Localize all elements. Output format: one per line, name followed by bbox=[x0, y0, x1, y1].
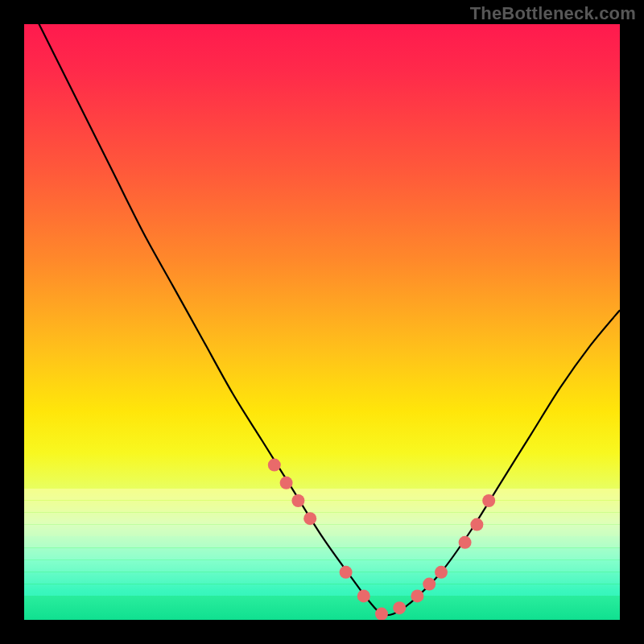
marker-dot bbox=[482, 494, 495, 507]
marker-dot bbox=[375, 608, 388, 620]
marker-dot bbox=[411, 589, 423, 602]
bottleneck-curve bbox=[24, 24, 620, 615]
marker-dot bbox=[393, 601, 406, 614]
marker-dot bbox=[357, 589, 370, 602]
marker-dot bbox=[280, 477, 293, 489]
marker-dot bbox=[291, 494, 304, 507]
marker-dot bbox=[459, 536, 472, 549]
marker-dot bbox=[303, 512, 316, 525]
marker-dot bbox=[470, 518, 483, 531]
marker-dot bbox=[340, 566, 353, 579]
marker-dot bbox=[423, 578, 436, 591]
marker-dot bbox=[435, 566, 448, 579]
marker-group bbox=[268, 459, 495, 620]
watermark-text: TheBottleneck.com bbox=[470, 3, 636, 24]
plot-area bbox=[24, 24, 620, 620]
marker-dot bbox=[268, 459, 281, 472]
chart-frame: TheBottleneck.com bbox=[0, 0, 644, 644]
overlay-svg bbox=[24, 24, 620, 620]
